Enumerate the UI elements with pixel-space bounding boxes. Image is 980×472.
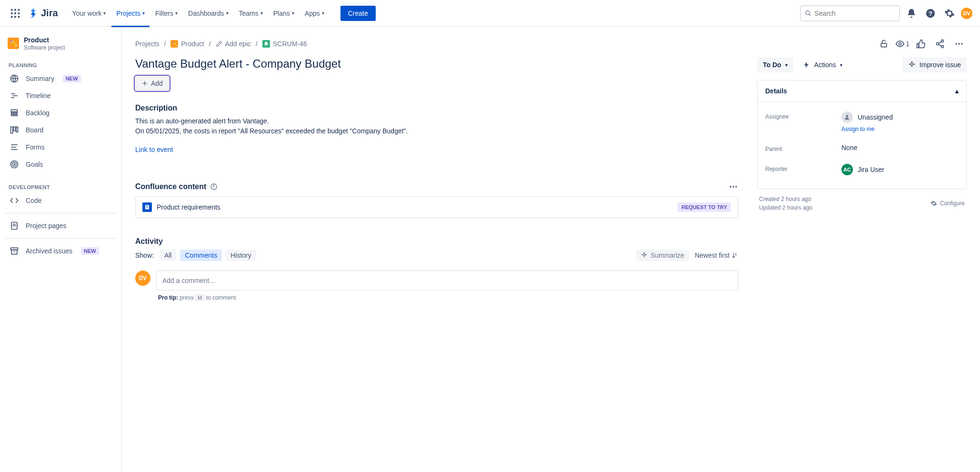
more-icon[interactable] [951, 36, 967, 51]
sidebar-item-timeline[interactable]: Timeline [5, 87, 117, 104]
svg-rect-7 [14, 16, 16, 18]
search-input[interactable] [814, 10, 895, 17]
actions-button[interactable]: Actions ▾ [797, 57, 848, 72]
assign-to-me-link[interactable]: Assign to me [841, 126, 959, 132]
parent-value[interactable]: None [841, 144, 959, 151]
svg-point-44 [961, 43, 962, 44]
svg-rect-8 [18, 16, 20, 18]
tab-comments[interactable]: Comments [180, 250, 222, 261]
topbar-right: ? DV [800, 5, 972, 21]
details-header[interactable]: Details ▴ [758, 80, 966, 102]
sidebar-item-summary[interactable]: Summary NEW [5, 70, 117, 87]
reporter-value[interactable]: AC Jira User [841, 164, 959, 175]
configure-link[interactable]: Configure [930, 196, 965, 211]
sidebar-item-archived[interactable]: Archived issues NEW [5, 242, 117, 260]
add-button[interactable]: Add [135, 76, 169, 90]
vote-icon[interactable] [913, 36, 929, 51]
gear-icon [930, 200, 937, 207]
tab-history[interactable]: History [226, 250, 256, 261]
activity-tabs: All Comments History [160, 250, 256, 261]
status-dropdown[interactable]: To Do ▾ [757, 57, 793, 72]
breadcrumb-projects[interactable]: Projects [135, 40, 160, 48]
sidebar-item-forms[interactable]: Forms [5, 139, 117, 156]
unlock-icon[interactable] [876, 36, 891, 51]
sidebar-section-development: DEVELOPMENT [5, 181, 117, 192]
sidebar-divider [5, 213, 117, 213]
jira-logo[interactable]: Jira [29, 8, 58, 19]
breadcrumb-project[interactable]: ✏️ Product [170, 40, 204, 48]
summarize-button[interactable]: Summarize [636, 250, 689, 261]
breadcrumb-issue-key[interactable]: SCRUM-46 [262, 40, 307, 48]
svg-point-49 [214, 185, 214, 186]
request-badge[interactable]: REQUEST TO TRY [678, 202, 731, 212]
sidebar-item-board[interactable]: Board [5, 121, 117, 139]
svg-point-58 [846, 115, 849, 117]
goals-icon [10, 160, 19, 169]
sort-icon [731, 252, 738, 259]
svg-rect-0 [11, 9, 13, 10]
nav-filters[interactable]: Filters▾ [150, 6, 182, 21]
tab-all[interactable]: All [160, 250, 177, 261]
svg-point-28 [14, 164, 15, 165]
help-icon[interactable]: ? [923, 6, 938, 21]
link-to-event[interactable]: Link to event [135, 146, 173, 153]
nav-teams[interactable]: Teams▾ [234, 6, 268, 21]
svg-point-36 [899, 43, 901, 45]
project-header[interactable]: ✏️ Product Software project [5, 36, 117, 59]
sidebar-item-code[interactable]: Code [5, 192, 117, 209]
chevron-down-icon: ▾ [260, 10, 263, 16]
share-icon[interactable] [932, 36, 948, 51]
confluence-card[interactable]: Product requirements REQUEST TO TRY [135, 196, 738, 218]
nav-apps[interactable]: Apps▾ [300, 6, 329, 21]
nav-dashboards[interactable]: Dashboards▾ [183, 6, 233, 21]
archive-icon [10, 246, 19, 256]
sidebar-item-backlog[interactable]: Backlog [5, 104, 117, 121]
right-actions: To Do ▾ Actions ▾ Improve issue [757, 57, 967, 72]
sidebar-item-project-pages[interactable]: Project pages [5, 217, 117, 234]
create-button[interactable]: Create [340, 6, 376, 21]
settings-icon[interactable] [942, 6, 957, 21]
nav-projects[interactable]: Projects▾ [111, 6, 150, 21]
confluence-more-icon[interactable] [729, 182, 738, 191]
updated-text: Updated 2 hours ago [759, 204, 812, 211]
breadcrumb: Projects / ✏️ Product / Add epic / SCRUM… [135, 36, 967, 51]
user-avatar[interactable]: DV [961, 8, 972, 19]
svg-rect-4 [14, 12, 16, 14]
info-icon[interactable] [210, 183, 218, 191]
project-name: Product [24, 36, 65, 44]
app-switcher-icon[interactable] [8, 6, 23, 21]
comment-input[interactable]: Add a comment… [156, 271, 738, 291]
forms-icon [10, 142, 19, 152]
eye-icon [895, 39, 905, 49]
sort-button[interactable]: Newest first [695, 251, 738, 259]
improve-button[interactable]: Improve issue [902, 57, 967, 72]
content-left: Vantage Budget Alert - Company Budget Ad… [135, 57, 738, 301]
assignee-value[interactable]: Unassigned [841, 111, 959, 123]
description-text[interactable]: This is an auto-generated alert from Van… [135, 116, 738, 136]
story-icon [262, 40, 270, 48]
nav-your-work[interactable]: Your work▾ [68, 6, 111, 21]
chevron-down-icon: ▾ [840, 62, 842, 68]
chevron-down-icon: ▾ [142, 10, 145, 16]
globe-icon [10, 74, 19, 83]
chevron-down-icon: ▾ [175, 10, 178, 16]
notifications-icon[interactable] [904, 6, 919, 21]
breadcrumb-add-epic[interactable]: Add epic [216, 40, 251, 48]
svg-line-41 [939, 44, 941, 46]
issue-title[interactable]: Vantage Budget Alert - Company Budget [135, 57, 738, 70]
search-icon [805, 10, 811, 17]
topbar: Jira Your work▾ Projects▾ Filters▾ Dashb… [0, 0, 980, 27]
chevron-down-icon: ▾ [226, 10, 229, 16]
chevron-down-icon: ▾ [103, 10, 106, 16]
svg-rect-2 [18, 9, 20, 10]
nav-plans[interactable]: Plans▾ [269, 6, 299, 21]
svg-point-52 [735, 186, 737, 187]
svg-text:?: ? [929, 10, 932, 17]
bolt-icon [803, 61, 810, 69]
unassigned-avatar-icon [841, 111, 853, 123]
details-panel: Details ▴ Assignee Unassigned Assign [757, 80, 967, 189]
search-box[interactable] [800, 5, 900, 21]
sidebar-item-goals[interactable]: Goals [5, 156, 117, 173]
watch-button[interactable]: 1 [895, 39, 910, 49]
svg-rect-35 [881, 43, 887, 47]
